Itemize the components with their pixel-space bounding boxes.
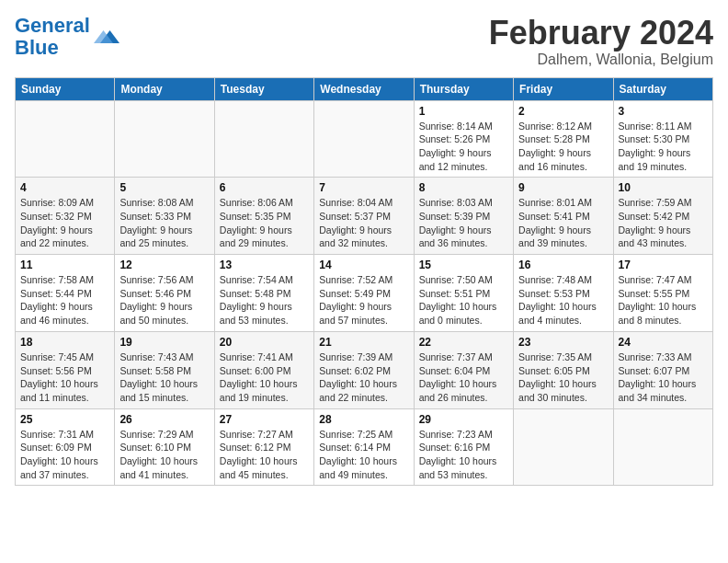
day-number: 14 [319,259,408,271]
day-info: Sunrise: 7:33 AM Sunset: 6:07 PM Dayligh… [619,350,708,405]
day-number: 13 [220,259,309,271]
calendar-header-cell: Friday [514,77,613,100]
calendar-day-cell: 22Sunrise: 7:37 AM Sunset: 6:04 PM Dayli… [414,331,513,408]
calendar-day-cell: 24Sunrise: 7:33 AM Sunset: 6:07 PM Dayli… [613,331,712,408]
day-info: Sunrise: 8:01 AM Sunset: 5:41 PM Dayligh… [518,196,608,250]
calendar-header-cell: Tuesday [214,77,313,100]
calendar-day-cell: 27Sunrise: 7:27 AM Sunset: 6:12 PM Dayli… [214,408,313,486]
calendar-day-cell: 16Sunrise: 7:48 AM Sunset: 5:53 PM Dayli… [514,255,613,332]
day-number: 2 [518,105,608,118]
day-info: Sunrise: 7:48 AM Sunset: 5:53 PM Dayligh… [518,273,608,327]
day-number: 6 [220,181,309,194]
day-number: 28 [319,413,408,426]
calendar-day-cell: 11Sunrise: 7:58 AM Sunset: 5:44 PM Dayli… [16,255,115,332]
calendar-day-cell: 3Sunrise: 8:11 AM Sunset: 5:30 PM Daylig… [613,100,712,178]
day-info: Sunrise: 8:08 AM Sunset: 5:33 PM Dayligh… [119,196,209,250]
day-info: Sunrise: 8:04 AM Sunset: 5:37 PM Dayligh… [319,196,408,250]
calendar-day-cell: 7Sunrise: 8:04 AM Sunset: 5:37 PM Daylig… [314,178,414,255]
calendar-header-cell: Wednesday [314,77,414,100]
day-number: 3 [619,105,708,118]
day-info: Sunrise: 7:41 AM Sunset: 6:00 PM Dayligh… [220,350,309,405]
day-info: Sunrise: 7:52 AM Sunset: 5:49 PM Dayligh… [319,273,408,327]
calendar-day-cell: 19Sunrise: 7:43 AM Sunset: 5:58 PM Dayli… [115,331,214,408]
calendar-day-cell [314,100,414,178]
day-number: 11 [20,259,109,271]
calendar-day-cell: 28Sunrise: 7:25 AM Sunset: 6:14 PM Dayli… [314,408,414,486]
day-info: Sunrise: 7:45 AM Sunset: 5:56 PM Dayligh… [20,350,109,405]
day-info: Sunrise: 8:11 AM Sunset: 5:30 PM Dayligh… [619,120,708,174]
calendar-header-cell: Monday [115,77,214,100]
day-number: 7 [319,181,408,194]
calendar-day-cell: 21Sunrise: 7:39 AM Sunset: 6:02 PM Dayli… [314,331,414,408]
day-info: Sunrise: 7:25 AM Sunset: 6:14 PM Dayligh… [319,428,408,482]
calendar-day-cell: 23Sunrise: 7:35 AM Sunset: 6:05 PM Dayli… [514,331,613,408]
calendar-day-cell: 26Sunrise: 7:29 AM Sunset: 6:10 PM Dayli… [115,408,214,486]
day-info: Sunrise: 7:27 AM Sunset: 6:12 PM Dayligh… [220,428,309,482]
day-info: Sunrise: 7:37 AM Sunset: 6:04 PM Dayligh… [419,350,508,405]
day-number: 21 [319,336,408,349]
day-info: Sunrise: 7:58 AM Sunset: 5:44 PM Dayligh… [20,273,109,327]
page-header: GeneralBlue February 2024 Dalhem, Wallon… [15,15,713,68]
day-number: 18 [20,336,109,349]
day-number: 4 [20,181,109,194]
day-info: Sunrise: 8:06 AM Sunset: 5:35 PM Dayligh… [220,196,309,250]
day-info: Sunrise: 7:31 AM Sunset: 6:09 PM Dayligh… [20,428,109,482]
calendar-week-row: 1Sunrise: 8:14 AM Sunset: 5:26 PM Daylig… [16,100,713,178]
calendar-header-cell: Thursday [414,77,513,100]
calendar-week-row: 4Sunrise: 8:09 AM Sunset: 5:32 PM Daylig… [16,178,713,255]
calendar-day-cell: 13Sunrise: 7:54 AM Sunset: 5:48 PM Dayli… [214,255,313,332]
calendar-day-cell: 5Sunrise: 8:08 AM Sunset: 5:33 PM Daylig… [115,178,214,255]
calendar-day-cell: 8Sunrise: 8:03 AM Sunset: 5:39 PM Daylig… [414,178,513,255]
calendar-day-cell: 14Sunrise: 7:52 AM Sunset: 5:49 PM Dayli… [314,255,414,332]
calendar-header-cell: Sunday [16,77,115,100]
day-number: 12 [119,259,209,271]
day-info: Sunrise: 7:56 AM Sunset: 5:46 PM Dayligh… [119,273,209,327]
logo-text: GeneralBlue [15,15,90,59]
day-number: 9 [518,181,608,194]
calendar-day-cell: 10Sunrise: 7:59 AM Sunset: 5:42 PM Dayli… [613,178,712,255]
calendar-day-cell: 6Sunrise: 8:06 AM Sunset: 5:35 PM Daylig… [214,178,313,255]
calendar-header-cell: Saturday [613,77,712,100]
calendar-body: 1Sunrise: 8:14 AM Sunset: 5:26 PM Daylig… [16,100,713,486]
calendar-header-row: SundayMondayTuesdayWednesdayThursdayFrid… [16,77,713,100]
day-number: 27 [220,413,309,426]
calendar-day-cell: 15Sunrise: 7:50 AM Sunset: 5:51 PM Dayli… [414,255,513,332]
day-info: Sunrise: 8:12 AM Sunset: 5:28 PM Dayligh… [518,120,608,174]
calendar-week-row: 18Sunrise: 7:45 AM Sunset: 5:56 PM Dayli… [16,331,713,408]
day-info: Sunrise: 8:03 AM Sunset: 5:39 PM Dayligh… [419,196,508,250]
day-number: 23 [518,336,608,349]
day-number: 29 [419,413,508,426]
day-number: 20 [220,336,309,349]
day-number: 17 [619,259,708,271]
day-info: Sunrise: 7:43 AM Sunset: 5:58 PM Dayligh… [119,350,209,405]
day-number: 15 [419,259,508,271]
calendar-day-cell: 20Sunrise: 7:41 AM Sunset: 6:00 PM Dayli… [214,331,313,408]
day-info: Sunrise: 7:59 AM Sunset: 5:42 PM Dayligh… [619,196,708,250]
day-number: 5 [119,181,209,194]
calendar-day-cell: 12Sunrise: 7:56 AM Sunset: 5:46 PM Dayli… [115,255,214,332]
calendar-table: SundayMondayTuesdayWednesdayThursdayFrid… [15,77,713,487]
calendar-day-cell: 1Sunrise: 8:14 AM Sunset: 5:26 PM Daylig… [414,100,513,178]
day-number: 24 [619,336,708,349]
day-info: Sunrise: 7:39 AM Sunset: 6:02 PM Dayligh… [319,350,408,405]
calendar-day-cell [613,408,712,486]
day-info: Sunrise: 7:47 AM Sunset: 5:55 PM Dayligh… [619,273,708,327]
calendar-week-row: 25Sunrise: 7:31 AM Sunset: 6:09 PM Dayli… [16,408,713,486]
day-info: Sunrise: 8:09 AM Sunset: 5:32 PM Dayligh… [20,196,109,250]
location-title: Dalhem, Wallonia, Belgium [489,52,713,68]
day-number: 8 [419,181,508,194]
day-info: Sunrise: 7:35 AM Sunset: 6:05 PM Dayligh… [518,350,608,405]
title-block: February 2024 Dalhem, Wallonia, Belgium [489,15,713,68]
day-info: Sunrise: 7:29 AM Sunset: 6:10 PM Dayligh… [119,428,209,482]
calendar-day-cell: 29Sunrise: 7:23 AM Sunset: 6:16 PM Dayli… [414,408,513,486]
calendar-day-cell: 25Sunrise: 7:31 AM Sunset: 6:09 PM Dayli… [16,408,115,486]
calendar-day-cell: 2Sunrise: 8:12 AM Sunset: 5:28 PM Daylig… [514,100,613,178]
day-info: Sunrise: 8:14 AM Sunset: 5:26 PM Dayligh… [419,120,508,174]
calendar-day-cell [115,100,214,178]
calendar-day-cell: 18Sunrise: 7:45 AM Sunset: 5:56 PM Dayli… [16,331,115,408]
day-number: 25 [20,413,109,426]
day-number: 16 [518,259,608,271]
calendar-day-cell [16,100,115,178]
day-info: Sunrise: 7:50 AM Sunset: 5:51 PM Dayligh… [419,273,508,327]
logo: GeneralBlue [15,15,119,59]
